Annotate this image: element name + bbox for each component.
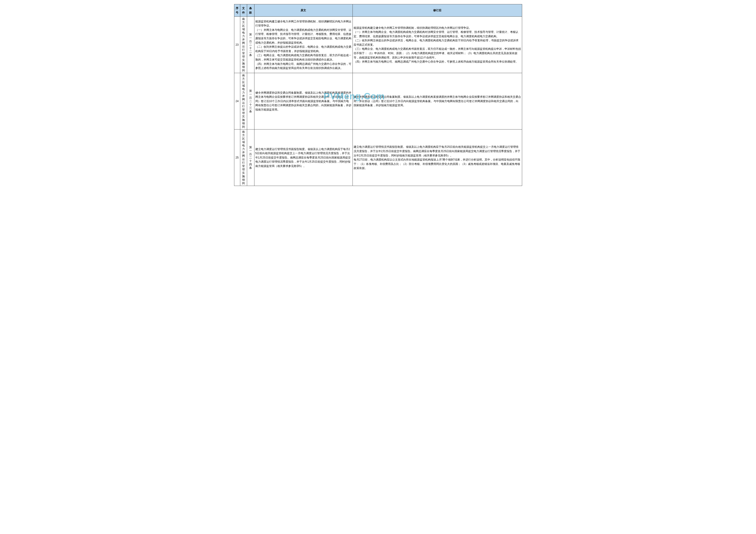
col-article: 条款 [247,4,254,17]
cell-original: 健全并网调度协议和交易合同备案制度。省级及以上电力调度机构直接调度的并网主体与电… [254,73,353,130]
document-sheet: PVMeng.Com 序号 文件 条款 原文 修订后 23 南 方 区 域 电 … [234,4,522,186]
cell-revised: 建立电力调度运行管理情况书面报告制度。省级及以上电力调度机构应于每月25日前向相… [353,130,522,186]
table-row: 25 南 方 区 域 电 力 并 网 运 行 管 理 实 施 细 则 第 一 百… [234,130,522,186]
col-file: 文件 [240,4,247,17]
cell-revised: 健全并网调度协议和交易合同备案制度。省级及以上电力调度机构直接调度的并网主体与电… [353,73,522,130]
cell-file: 南 方 区 域 电 力 并 网 运 行 管 理 实 施 细 则 [240,73,247,130]
col-revised: 修订后 [353,4,522,17]
col-original: 原文 [254,4,353,17]
table-row: 23 南 方 区 域 电 力 并 网 运 行 管 理 实 施 细 则 第 一 百… [234,17,522,73]
table-body: 23 南 方 区 域 电 力 并 网 运 行 管 理 实 施 细 则 第 一 百… [234,17,522,186]
regulation-table: 序号 文件 条款 原文 修订后 23 南 方 区 域 电 力 并 网 运 行 管… [234,4,522,186]
table-row: 24 南 方 区 域 电 力 并 网 运 行 管 理 实 施 细 则 第 一 百… [234,73,522,130]
cell-original: 能源监管机构建立健全电力并网工作管理协调机制，组织调解辖区内电力并网运行管理争议… [254,17,353,73]
table-header-row: 序号 文件 条款 原文 修订后 [234,4,522,17]
cell-seq: 25 [234,130,240,186]
cell-article: 第 一 百 二 十 二 条 [247,17,254,73]
cell-article: 第 一 百 二 十 四 条 [247,130,254,186]
cell-article: 第 一 百 二 十 三 条 [247,73,254,130]
cell-seq: 23 [234,17,240,73]
cell-file: 南 方 区 域 电 力 并 网 运 行 管 理 实 施 细 则 [240,17,247,73]
cell-revised: 能源监管机构建立健全电力并网工作管理协调机制，组织协调处理辖区内电力并网运行管理… [353,17,522,73]
cell-file: 南 方 区 域 电 力 并 网 运 行 管 理 实 施 细 则 [240,130,247,186]
cell-original: 建立电力调度运行管理情况书面报告制度。省级及以上电力调度机构应于每月25日前向相… [254,130,353,186]
col-seq: 序号 [234,4,240,17]
cell-seq: 24 [234,73,240,130]
